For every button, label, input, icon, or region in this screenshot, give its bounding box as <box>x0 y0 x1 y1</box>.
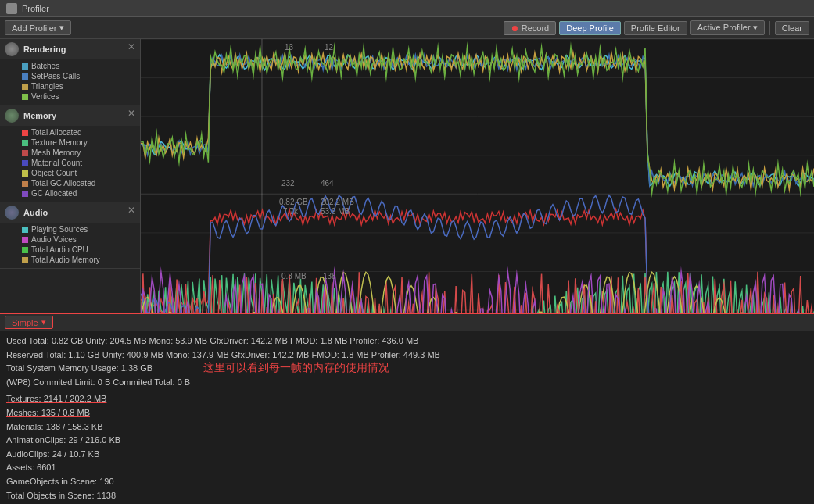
playing-sources-label: Playing Sources <box>31 225 88 234</box>
audio-close[interactable]: ✕ <box>127 206 135 215</box>
total-alloc-color <box>22 130 28 136</box>
list-item: GC Allocated <box>22 188 140 198</box>
rendering-header: Rendering ✕ <box>0 39 140 59</box>
annotation-text: 这里可以看到每一帧的内存的使用情况 <box>203 361 389 375</box>
list-item: Playing Sources <box>22 224 140 234</box>
clear-button[interactable]: Clear <box>775 21 809 35</box>
rendering-icon <box>5 42 19 56</box>
simple-label: Simple <box>12 318 38 327</box>
profiler-icon <box>6 3 17 14</box>
rendering-close[interactable]: ✕ <box>127 42 135 52</box>
texture-mem-color <box>22 140 28 146</box>
rendering-items: Batches SetPass Calls Triangles Vertices <box>0 59 140 105</box>
stats-assets: Assets: 6601 <box>6 461 808 475</box>
triangles-color <box>22 84 28 90</box>
stats-line-used: Used Total: 0.82 GB Unity: 204.5 MB Mono… <box>6 334 808 349</box>
material-count-color <box>22 160 28 166</box>
list-item: Triangles <box>22 81 140 91</box>
stats-game-objects: GameObjects in Scene: 190 <box>6 475 808 489</box>
stats-content: Used Total: 0.82 GB Unity: 204.5 MB Mono… <box>0 331 814 504</box>
record-button[interactable]: ⏺Record <box>504 21 556 35</box>
memory-close[interactable]: ✕ <box>127 109 135 118</box>
total-audio-mem-color <box>22 257 28 263</box>
title-bar: Profiler <box>0 0 814 17</box>
list-item: Texture Memory <box>22 138 140 148</box>
stats-line-reserved: Reserved Total: 1.10 GB Unity: 400.9 MB … <box>6 349 808 363</box>
add-profiler-label: Add Profiler <box>12 23 56 33</box>
stats-animation-clips: AnimationClips: 29 / 216.0 KB <box>6 434 808 448</box>
list-item: Vertices <box>22 91 140 102</box>
playing-sources-color <box>22 227 28 233</box>
material-count-label: Material Count <box>31 159 82 167</box>
rendering-section: Rendering ✕ Batches SetPass Calls Triang… <box>0 39 140 105</box>
total-alloc-label: Total Allocated <box>31 128 82 137</box>
audio-title: Audio <box>23 208 48 217</box>
add-profiler-arrow: ▾ <box>59 23 64 33</box>
toolbar-separator <box>769 21 770 35</box>
list-item: Mesh Memory <box>22 148 140 158</box>
memory-section: Memory ✕ Total Allocated Texture Memory … <box>0 105 140 202</box>
total-gc-color <box>22 181 28 187</box>
list-item: Total Audio CPU <box>22 245 140 255</box>
gc-alloc-color <box>22 191 28 197</box>
audio-voices-label: Audio Voices <box>31 235 77 244</box>
total-audio-cpu-color <box>22 247 28 253</box>
setpass-label: SetPass Calls <box>31 72 80 80</box>
audio-header: Audio ✕ <box>0 202 140 223</box>
batches-label: Batches <box>31 62 59 70</box>
toolbar: Add Profiler ▾ ⏺Record Deep Profile Prof… <box>0 17 814 39</box>
vertices-color <box>22 94 28 100</box>
memory-icon <box>5 109 19 123</box>
simple-toolbar: Simple ▾ <box>0 314 814 331</box>
bottom-panel: Simple ▾ Used Total: 0.82 GB Unity: 204.… <box>0 313 814 504</box>
list-item: Audio Voices <box>22 234 140 245</box>
total-gc-label: Total GC Allocated <box>31 179 95 188</box>
simple-button[interactable]: Simple ▾ <box>5 316 53 329</box>
stats-line-total-system: Total System Memory Usage: 1.38 GB <box>6 362 808 376</box>
list-item: Object Count <box>22 168 140 178</box>
simple-arrow: ▾ <box>41 317 46 327</box>
stats-meshes: Meshes: 135 / 0.8 MB <box>6 406 808 420</box>
stats-total-objects: Total Objects in Scene: 1138 <box>6 489 808 503</box>
object-count-color <box>22 170 28 177</box>
setpass-color <box>22 73 28 80</box>
stats-materials: Materials: 138 / 158.3 KB <box>6 420 808 434</box>
batches-color <box>22 63 28 70</box>
active-profiler-button[interactable]: Active Profiler ▾ <box>690 20 765 35</box>
deep-profile-button[interactable]: Deep Profile <box>559 21 621 35</box>
audio-icon <box>5 206 19 220</box>
rendering-title: Rendering <box>23 45 66 54</box>
list-item: Material Count <box>22 158 140 168</box>
vertices-label: Vertices <box>31 92 59 101</box>
list-item: Total Allocated <box>22 127 140 138</box>
list-item: SetPass Calls <box>22 71 140 81</box>
total-audio-cpu-label: Total Audio CPU <box>31 245 88 254</box>
total-audio-mem-label: Total Audio Memory <box>31 256 100 264</box>
gc-alloc-label: GC Allocated <box>31 189 77 198</box>
texture-mem-label: Texture Memory <box>31 138 88 147</box>
list-item: Batches <box>22 61 140 71</box>
list-item: Total Audio Memory <box>22 255 140 265</box>
title-bar-text: Profiler <box>22 4 49 13</box>
stats-audio-clips: AudioClips: 24 / 10.7 KB <box>6 448 808 462</box>
triangles-label: Triangles <box>31 82 63 91</box>
list-item: Total GC Allocated <box>22 178 140 188</box>
stats-line-wp8: (WP8) Commited Limit: 0 B Commited Total… <box>6 376 808 390</box>
mesh-mem-color <box>22 150 28 156</box>
memory-header: Memory ✕ <box>0 105 140 126</box>
audio-section: Audio ✕ Playing Sources Audio Voices Tot… <box>0 202 140 269</box>
memory-title: Memory <box>23 111 56 120</box>
audio-items: Playing Sources Audio Voices Total Audio… <box>0 223 140 268</box>
profile-editor-button[interactable]: Profile Editor <box>624 21 687 35</box>
mesh-mem-label: Mesh Memory <box>31 148 81 157</box>
audio-voices-color <box>22 237 28 243</box>
memory-items: Total Allocated Texture Memory Mesh Memo… <box>0 126 140 202</box>
stats-textures: Textures: 2141 / 202.2 MB <box>6 392 808 406</box>
object-count-label: Object Count <box>31 169 77 177</box>
add-profiler-button[interactable]: Add Profiler ▾ <box>5 20 71 35</box>
